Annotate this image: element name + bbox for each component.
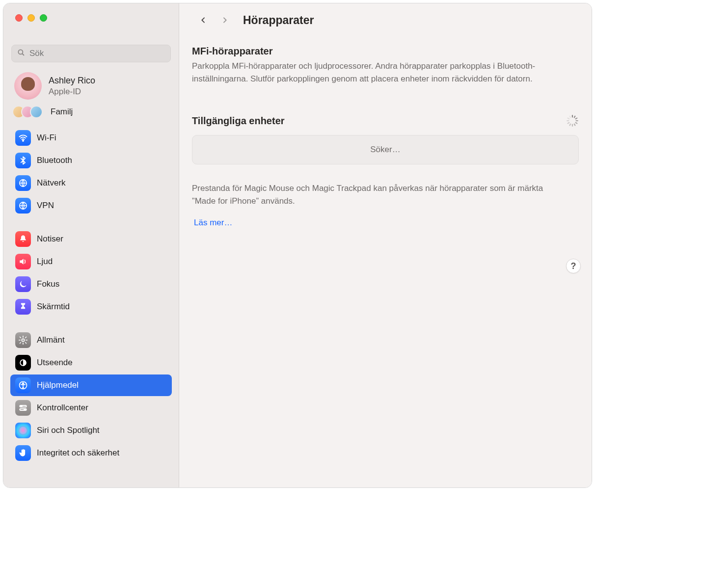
- sidebar-item-label: Integritet och säkerhet: [37, 448, 119, 458]
- svg-rect-20: [572, 124, 573, 127]
- sidebar-item-label: Familj: [51, 107, 73, 117]
- svg-rect-19: [573, 123, 576, 126]
- sidebar-item-appleid[interactable]: Ashley Rico Apple-ID: [3, 65, 179, 102]
- sidebar-item-label: Kontrollcenter: [37, 403, 88, 413]
- sidebar-item-notifications[interactable]: Notiser: [10, 228, 172, 250]
- fullscreen-window-button[interactable]: [40, 14, 47, 22]
- hourglass-icon: [15, 299, 31, 315]
- sidebar-item-label: Ljud: [37, 257, 53, 267]
- sidebar: Ashley Rico Apple-ID Familj Wi-Fi: [3, 3, 179, 487]
- svg-rect-22: [567, 122, 570, 124]
- sidebar-item-accessibility[interactable]: Hjälpmedel: [10, 374, 172, 396]
- sidebar-item-bluetooth[interactable]: Bluetooth: [10, 150, 172, 171]
- svg-rect-25: [569, 115, 571, 118]
- sidebar-item-privacy[interactable]: Integritet och säkerhet: [10, 442, 172, 464]
- svg-rect-14: [572, 115, 573, 117]
- search-input[interactable]: [29, 49, 165, 58]
- siri-icon: [15, 423, 31, 438]
- sidebar-item-label: VPN: [37, 201, 54, 211]
- globe-icon: [15, 198, 31, 214]
- svg-point-8: [23, 383, 24, 384]
- globe-icon: [15, 175, 31, 191]
- speaker-icon: [15, 254, 31, 269]
- available-devices-title: Tillgängliga enheter: [192, 115, 285, 127]
- sidebar-item-controlcenter[interactable]: Kontrollcenter: [10, 397, 172, 419]
- appearance-icon: [15, 355, 31, 371]
- svg-rect-24: [567, 117, 570, 120]
- sidebar-item-label: Hjälpmedel: [37, 380, 79, 390]
- sidebar-item-label: Skärmtid: [37, 302, 70, 312]
- forward-button[interactable]: [219, 13, 230, 27]
- hand-icon: [15, 445, 31, 461]
- sidebar-item-appearance[interactable]: Utseende: [10, 352, 172, 374]
- sidebar-item-general[interactable]: Allmänt: [10, 329, 172, 351]
- gear-icon: [15, 332, 31, 348]
- page-title: Hörapparater: [243, 14, 314, 27]
- sidebar-item-label: Allmänt: [37, 335, 65, 345]
- svg-point-12: [24, 409, 25, 410]
- help-button[interactable]: ?: [566, 259, 581, 273]
- svg-rect-16: [575, 117, 578, 120]
- moon-icon: [15, 276, 31, 292]
- family-avatars: [16, 106, 43, 118]
- svg-rect-17: [576, 120, 578, 121]
- svg-point-5: [22, 339, 24, 341]
- bell-icon: [15, 231, 31, 247]
- controls-icon: [15, 400, 31, 416]
- searching-status-text: Söker…: [370, 145, 400, 155]
- accessibility-icon: [15, 377, 31, 393]
- close-window-button[interactable]: [15, 14, 23, 22]
- sidebar-item-label: Bluetooth: [37, 156, 72, 165]
- sidebar-item-label: Wi-Fi: [37, 133, 56, 143]
- sidebar-item-label: Fokus: [37, 279, 59, 289]
- svg-rect-21: [569, 123, 571, 126]
- sidebar-nav: Wi-Fi Bluetooth Nätverk: [3, 124, 179, 467]
- sidebar-item-sound[interactable]: Ljud: [10, 251, 172, 272]
- section-title: MFi-hörapparater: [192, 46, 579, 57]
- svg-rect-18: [575, 122, 578, 124]
- sidebar-item-label: Siri och Spotlight: [37, 426, 100, 435]
- sidebar-item-label: Nätverk: [37, 178, 66, 188]
- account-name: Ashley Rico: [49, 76, 95, 86]
- toolbar: Hörapparater: [179, 3, 592, 32]
- footnote-text: Prestanda för Magic Mouse och Magic Trac…: [192, 182, 555, 207]
- svg-point-13: [20, 427, 27, 434]
- sidebar-item-wifi[interactable]: Wi-Fi: [10, 127, 172, 149]
- search-icon: [17, 48, 26, 59]
- search-field[interactable]: [11, 45, 171, 62]
- settings-window: Ashley Rico Apple-ID Familj Wi-Fi: [3, 3, 592, 488]
- back-button[interactable]: [198, 13, 209, 27]
- sidebar-item-siri[interactable]: Siri och Spotlight: [10, 420, 172, 441]
- svg-line-1: [22, 53, 24, 55]
- learn-more-link[interactable]: Läs mer…: [194, 218, 232, 228]
- searching-status-box: Söker…: [192, 135, 579, 164]
- minimize-window-button[interactable]: [27, 14, 35, 22]
- avatar: [14, 72, 42, 100]
- svg-point-2: [23, 140, 24, 141]
- help-icon: ?: [571, 261, 576, 271]
- sidebar-item-network[interactable]: Nätverk: [10, 172, 172, 194]
- svg-point-0: [18, 50, 23, 54]
- sidebar-item-label: Utseende: [37, 358, 73, 368]
- wifi-icon: [15, 130, 31, 146]
- svg-rect-23: [567, 120, 569, 121]
- section-description: Parkoppla MFi-hörapparater och ljudproce…: [192, 60, 555, 85]
- main-content: Hörapparater MFi-hörapparater Parkoppla …: [179, 3, 592, 487]
- sidebar-item-family[interactable]: Familj: [3, 102, 179, 124]
- account-sub: Apple-ID: [49, 87, 95, 97]
- sidebar-item-label: Notiser: [37, 234, 63, 244]
- window-controls: [3, 3, 179, 30]
- bluetooth-icon: [15, 153, 31, 168]
- sidebar-item-focus[interactable]: Fokus: [10, 273, 172, 295]
- svg-rect-15: [573, 115, 576, 118]
- sidebar-item-screentime[interactable]: Skärmtid: [10, 296, 172, 318]
- sidebar-item-vpn[interactable]: VPN: [10, 195, 172, 216]
- svg-point-10: [21, 406, 22, 407]
- spinner-icon: [566, 114, 579, 127]
